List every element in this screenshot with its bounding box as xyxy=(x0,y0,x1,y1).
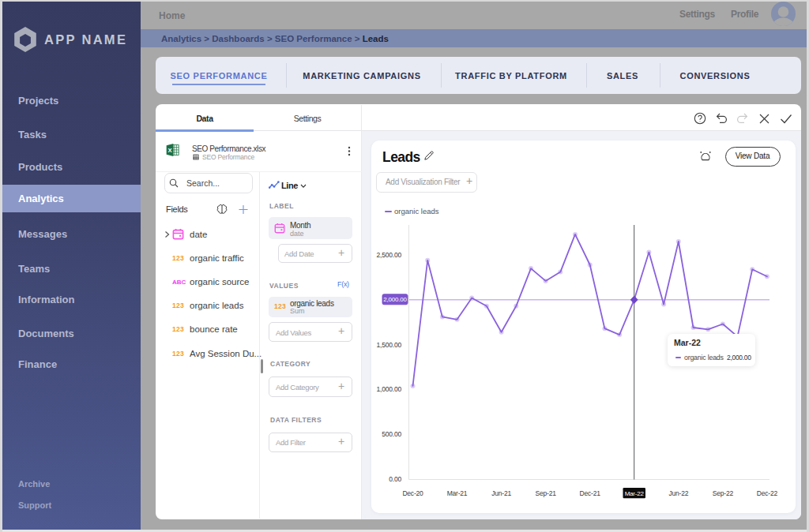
svg-text:Sep-22: Sep-22 xyxy=(713,489,734,497)
svg-text:2,000.00: 2,000.00 xyxy=(383,296,407,303)
svg-text:1,000.00: 1,000.00 xyxy=(377,385,402,393)
svg-text:Sep-21: Sep-21 xyxy=(535,489,556,497)
svg-text:2,500.00: 2,500.00 xyxy=(377,251,402,259)
svg-text:Jun-21: Jun-21 xyxy=(491,489,511,497)
svg-text:Dec-20: Dec-20 xyxy=(402,489,423,497)
svg-text:Dec-22: Dec-22 xyxy=(757,489,778,497)
svg-text:Jun-22: Jun-22 xyxy=(668,489,688,497)
svg-text:X: X xyxy=(167,147,172,154)
svg-text:500.00: 500.00 xyxy=(382,430,401,438)
svg-text:Mar-22: Mar-22 xyxy=(625,490,645,497)
svg-text:1,500.00: 1,500.00 xyxy=(377,341,402,349)
svg-text:Mar-21: Mar-21 xyxy=(447,489,468,497)
svg-text:0.00: 0.00 xyxy=(389,475,401,483)
svg-text:Dec-21: Dec-21 xyxy=(580,489,601,497)
